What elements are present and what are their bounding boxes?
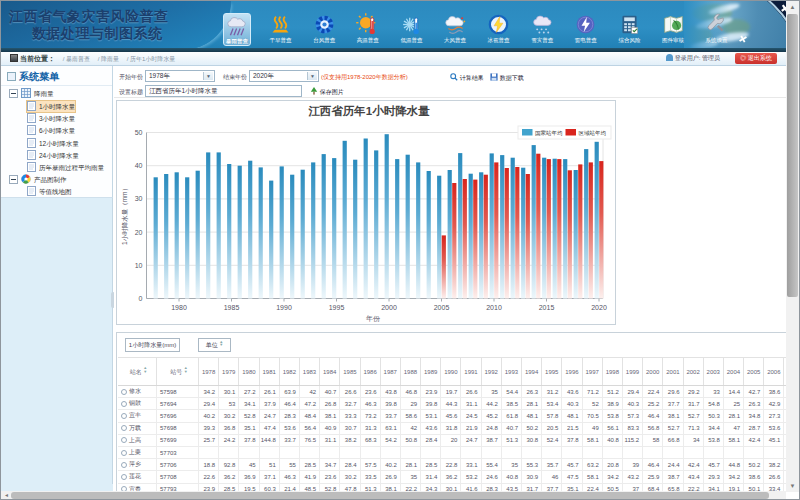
- svg-text:国家站年均: 国家站年均: [535, 130, 563, 137]
- svg-text:1995: 1995: [329, 304, 345, 311]
- svg-text:年份: 年份: [366, 315, 381, 323]
- svg-text:江西省历年1小时降水量: 江西省历年1小时降水量: [308, 104, 430, 117]
- svg-text:1小时降水量（mm）: 1小时降水量（mm）: [121, 185, 129, 245]
- svg-text:2000: 2000: [381, 304, 397, 311]
- svg-text:40: 40: [135, 162, 143, 169]
- svg-text:1990: 1990: [276, 304, 292, 311]
- svg-text:2010: 2010: [486, 304, 502, 311]
- svg-text:20: 20: [135, 229, 143, 236]
- svg-text:1985: 1985: [224, 304, 240, 311]
- svg-text:区域站年均: 区域站年均: [579, 130, 607, 136]
- svg-text:2020: 2020: [591, 304, 607, 311]
- svg-text:10: 10: [135, 262, 143, 269]
- svg-text:1980: 1980: [171, 304, 187, 311]
- svg-text:2015: 2015: [539, 304, 555, 311]
- svg-text:2005: 2005: [434, 304, 450, 311]
- svg-text:50: 50: [135, 129, 143, 136]
- svg-text:30: 30: [135, 195, 143, 202]
- svg-text:0: 0: [139, 295, 143, 302]
